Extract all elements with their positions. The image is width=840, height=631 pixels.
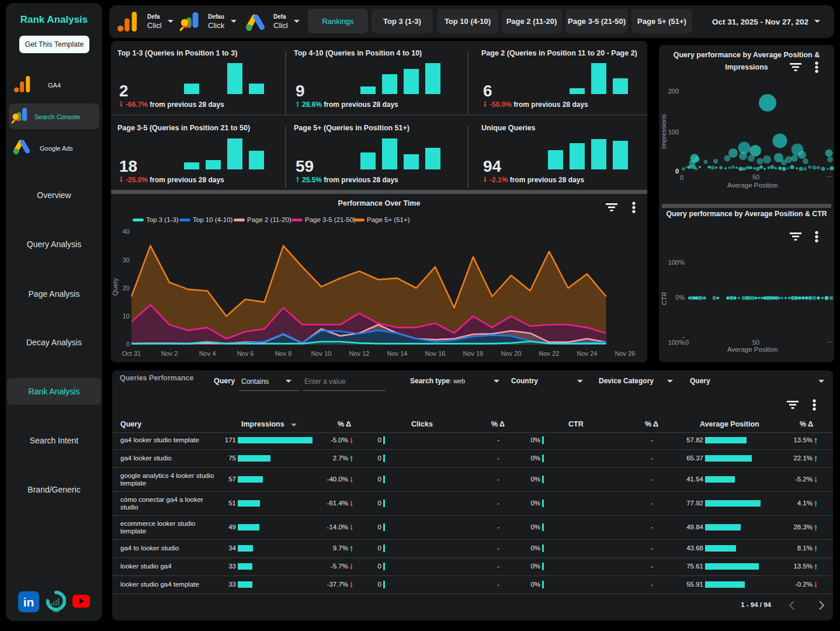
svg-text:clare: clare (53, 610, 60, 613)
